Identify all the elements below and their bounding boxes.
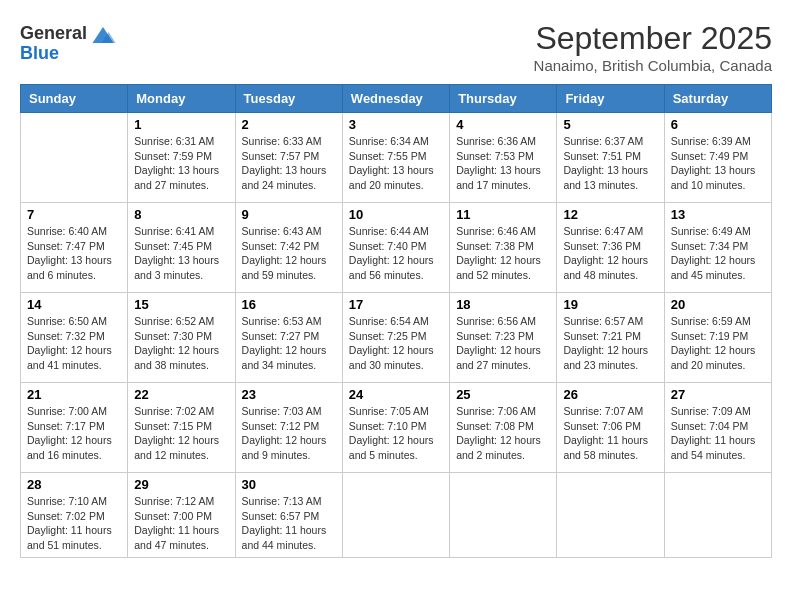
column-header-monday: Monday <box>128 85 235 113</box>
calendar-cell: 26Sunrise: 7:07 AMSunset: 7:06 PMDayligh… <box>557 383 664 473</box>
week-row-4: 21Sunrise: 7:00 AMSunset: 7:17 PMDayligh… <box>21 383 772 473</box>
calendar-cell: 13Sunrise: 6:49 AMSunset: 7:34 PMDayligh… <box>664 203 771 293</box>
calendar-cell: 6Sunrise: 6:39 AMSunset: 7:49 PMDaylight… <box>664 113 771 203</box>
day-number: 10 <box>349 207 443 222</box>
calendar-cell: 23Sunrise: 7:03 AMSunset: 7:12 PMDayligh… <box>235 383 342 473</box>
day-info: Sunrise: 6:59 AMSunset: 7:19 PMDaylight:… <box>671 314 765 373</box>
day-info: Sunrise: 6:31 AMSunset: 7:59 PMDaylight:… <box>134 134 228 193</box>
day-info: Sunrise: 6:34 AMSunset: 7:55 PMDaylight:… <box>349 134 443 193</box>
day-info: Sunrise: 6:53 AMSunset: 7:27 PMDaylight:… <box>242 314 336 373</box>
logo-icon <box>89 20 117 48</box>
calendar-cell: 19Sunrise: 6:57 AMSunset: 7:21 PMDayligh… <box>557 293 664 383</box>
calendar-cell: 27Sunrise: 7:09 AMSunset: 7:04 PMDayligh… <box>664 383 771 473</box>
calendar-cell: 7Sunrise: 6:40 AMSunset: 7:47 PMDaylight… <box>21 203 128 293</box>
day-number: 27 <box>671 387 765 402</box>
header-row: SundayMondayTuesdayWednesdayThursdayFrid… <box>21 85 772 113</box>
day-number: 5 <box>563 117 657 132</box>
column-header-saturday: Saturday <box>664 85 771 113</box>
day-info: Sunrise: 6:52 AMSunset: 7:30 PMDaylight:… <box>134 314 228 373</box>
day-number: 3 <box>349 117 443 132</box>
calendar-cell: 21Sunrise: 7:00 AMSunset: 7:17 PMDayligh… <box>21 383 128 473</box>
logo: General Blue <box>20 20 117 64</box>
calendar-cell: 5Sunrise: 6:37 AMSunset: 7:51 PMDaylight… <box>557 113 664 203</box>
calendar-cell: 25Sunrise: 7:06 AMSunset: 7:08 PMDayligh… <box>450 383 557 473</box>
day-number: 8 <box>134 207 228 222</box>
calendar-subtitle: Nanaimo, British Columbia, Canada <box>534 57 772 74</box>
day-number: 21 <box>27 387 121 402</box>
day-number: 12 <box>563 207 657 222</box>
calendar-title: September 2025 <box>534 20 772 57</box>
day-number: 30 <box>242 477 336 492</box>
calendar-cell: 15Sunrise: 6:52 AMSunset: 7:30 PMDayligh… <box>128 293 235 383</box>
calendar-header: SundayMondayTuesdayWednesdayThursdayFrid… <box>21 85 772 113</box>
day-info: Sunrise: 7:03 AMSunset: 7:12 PMDaylight:… <box>242 404 336 463</box>
column-header-tuesday: Tuesday <box>235 85 342 113</box>
column-header-wednesday: Wednesday <box>342 85 449 113</box>
day-number: 23 <box>242 387 336 402</box>
day-info: Sunrise: 6:50 AMSunset: 7:32 PMDaylight:… <box>27 314 121 373</box>
column-header-sunday: Sunday <box>21 85 128 113</box>
week-row-2: 7Sunrise: 6:40 AMSunset: 7:47 PMDaylight… <box>21 203 772 293</box>
calendar-cell: 20Sunrise: 6:59 AMSunset: 7:19 PMDayligh… <box>664 293 771 383</box>
logo-text: General <box>20 24 87 44</box>
calendar-cell <box>450 473 557 558</box>
day-number: 7 <box>27 207 121 222</box>
calendar-cell: 8Sunrise: 6:41 AMSunset: 7:45 PMDaylight… <box>128 203 235 293</box>
calendar-cell: 28Sunrise: 7:10 AMSunset: 7:02 PMDayligh… <box>21 473 128 558</box>
calendar-cell <box>21 113 128 203</box>
day-info: Sunrise: 6:43 AMSunset: 7:42 PMDaylight:… <box>242 224 336 283</box>
calendar-cell: 16Sunrise: 6:53 AMSunset: 7:27 PMDayligh… <box>235 293 342 383</box>
day-number: 13 <box>671 207 765 222</box>
day-number: 14 <box>27 297 121 312</box>
day-info: Sunrise: 6:40 AMSunset: 7:47 PMDaylight:… <box>27 224 121 283</box>
day-info: Sunrise: 6:57 AMSunset: 7:21 PMDaylight:… <box>563 314 657 373</box>
calendar-cell: 2Sunrise: 6:33 AMSunset: 7:57 PMDaylight… <box>235 113 342 203</box>
calendar-cell <box>342 473 449 558</box>
calendar-cell: 1Sunrise: 6:31 AMSunset: 7:59 PMDaylight… <box>128 113 235 203</box>
calendar-cell: 10Sunrise: 6:44 AMSunset: 7:40 PMDayligh… <box>342 203 449 293</box>
column-header-friday: Friday <box>557 85 664 113</box>
page-header: General Blue September 2025 Nanaimo, Bri… <box>20 20 772 74</box>
day-info: Sunrise: 7:07 AMSunset: 7:06 PMDaylight:… <box>563 404 657 463</box>
day-number: 22 <box>134 387 228 402</box>
calendar-cell: 4Sunrise: 6:36 AMSunset: 7:53 PMDaylight… <box>450 113 557 203</box>
day-number: 25 <box>456 387 550 402</box>
day-info: Sunrise: 7:05 AMSunset: 7:10 PMDaylight:… <box>349 404 443 463</box>
day-number: 2 <box>242 117 336 132</box>
day-info: Sunrise: 7:06 AMSunset: 7:08 PMDaylight:… <box>456 404 550 463</box>
calendar-cell: 22Sunrise: 7:02 AMSunset: 7:15 PMDayligh… <box>128 383 235 473</box>
day-info: Sunrise: 7:00 AMSunset: 7:17 PMDaylight:… <box>27 404 121 463</box>
day-number: 9 <box>242 207 336 222</box>
day-number: 15 <box>134 297 228 312</box>
day-number: 11 <box>456 207 550 222</box>
logo-blue-text: Blue <box>20 44 59 64</box>
day-number: 29 <box>134 477 228 492</box>
week-row-1: 1Sunrise: 6:31 AMSunset: 7:59 PMDaylight… <box>21 113 772 203</box>
calendar-cell: 18Sunrise: 6:56 AMSunset: 7:23 PMDayligh… <box>450 293 557 383</box>
day-info: Sunrise: 6:33 AMSunset: 7:57 PMDaylight:… <box>242 134 336 193</box>
day-number: 17 <box>349 297 443 312</box>
week-row-5: 28Sunrise: 7:10 AMSunset: 7:02 PMDayligh… <box>21 473 772 558</box>
day-number: 19 <box>563 297 657 312</box>
day-number: 26 <box>563 387 657 402</box>
day-number: 18 <box>456 297 550 312</box>
day-number: 4 <box>456 117 550 132</box>
day-info: Sunrise: 6:39 AMSunset: 7:49 PMDaylight:… <box>671 134 765 193</box>
week-row-3: 14Sunrise: 6:50 AMSunset: 7:32 PMDayligh… <box>21 293 772 383</box>
calendar-cell: 9Sunrise: 6:43 AMSunset: 7:42 PMDaylight… <box>235 203 342 293</box>
calendar-cell: 29Sunrise: 7:12 AMSunset: 7:00 PMDayligh… <box>128 473 235 558</box>
day-info: Sunrise: 6:54 AMSunset: 7:25 PMDaylight:… <box>349 314 443 373</box>
day-info: Sunrise: 6:36 AMSunset: 7:53 PMDaylight:… <box>456 134 550 193</box>
day-info: Sunrise: 6:37 AMSunset: 7:51 PMDaylight:… <box>563 134 657 193</box>
day-info: Sunrise: 7:13 AMSunset: 6:57 PMDaylight:… <box>242 494 336 553</box>
day-info: Sunrise: 6:56 AMSunset: 7:23 PMDaylight:… <box>456 314 550 373</box>
day-info: Sunrise: 6:44 AMSunset: 7:40 PMDaylight:… <box>349 224 443 283</box>
calendar-cell: 30Sunrise: 7:13 AMSunset: 6:57 PMDayligh… <box>235 473 342 558</box>
calendar-cell <box>557 473 664 558</box>
calendar-cell: 14Sunrise: 6:50 AMSunset: 7:32 PMDayligh… <box>21 293 128 383</box>
day-info: Sunrise: 6:49 AMSunset: 7:34 PMDaylight:… <box>671 224 765 283</box>
day-info: Sunrise: 7:12 AMSunset: 7:00 PMDaylight:… <box>134 494 228 553</box>
day-info: Sunrise: 6:41 AMSunset: 7:45 PMDaylight:… <box>134 224 228 283</box>
day-info: Sunrise: 7:02 AMSunset: 7:15 PMDaylight:… <box>134 404 228 463</box>
title-block: September 2025 Nanaimo, British Columbia… <box>534 20 772 74</box>
